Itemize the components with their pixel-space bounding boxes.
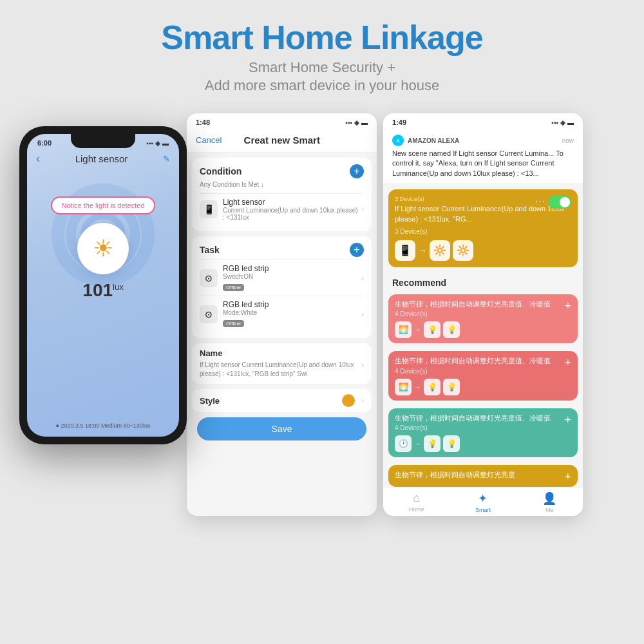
rgb1-icon: ⊙ xyxy=(200,269,218,287)
nav-me[interactable]: 👤 Me xyxy=(516,491,583,513)
screen1-body: Condition + Any Condition Is Met ↓ 📱 Lig… xyxy=(187,153,377,504)
rc1-icon3: 💡 xyxy=(443,321,460,338)
rgb1-item[interactable]: ⊙ RGB led strip Switch:ON Offline › xyxy=(200,260,364,296)
sun-symbol-icon: ☀ xyxy=(93,235,113,262)
rc3-arrow: → xyxy=(414,440,421,448)
rc3-devices: 4 Device(s) xyxy=(395,424,571,431)
phone-screen-title: Light sensor xyxy=(75,153,128,164)
rc2-title: 生物节律，根据时间自动调整灯光亮度值、冷暖值 xyxy=(395,356,571,366)
screen1-header: Cancel Creat new Smart xyxy=(187,129,377,153)
condition-subtitle: Any Condition Is Met ↓ xyxy=(200,181,364,188)
rc4-title: 生物节律，根据时间自动调整灯光亮度 xyxy=(395,470,571,480)
name-section: Name If Light sensor Current Luminance(U… xyxy=(192,343,372,384)
rc3-icon2: 💡 xyxy=(424,435,440,452)
screen2-wifi-icon: ◈ xyxy=(560,119,565,126)
screen1-time: 1:48 xyxy=(196,118,210,126)
home-nav-label: Home xyxy=(409,506,424,513)
condition-title: Condition xyxy=(200,166,242,176)
subtitle-line2: Add more smart device in your house xyxy=(13,77,631,94)
rc1-arrow: → xyxy=(414,326,421,334)
alexa-notification: A AMAZON ALEXA now New scene named If Li… xyxy=(383,129,583,184)
alexa-source-label: AMAZON ALEXA xyxy=(408,137,558,144)
rgb1-offline-badge: Offline xyxy=(223,284,244,291)
name-chevron-icon[interactable]: › xyxy=(361,361,364,370)
light-sensor-title: Light sensor xyxy=(223,198,359,207)
rgb2-item[interactable]: ⊙ RGB led strip Mode:White Offline › xyxy=(200,296,364,332)
edit-icon[interactable]: ✎ xyxy=(163,154,170,164)
style-chevron-icon: › xyxy=(361,396,364,405)
scene-toggle[interactable] xyxy=(548,196,571,209)
screen1-battery-icon: ▬ xyxy=(361,119,368,126)
add-rc2-button[interactable]: + xyxy=(564,356,571,370)
lux-display: 101lux xyxy=(82,280,123,301)
nav-smart[interactable]: ✦ Smart xyxy=(450,491,516,513)
back-arrow-icon[interactable]: ‹ xyxy=(36,152,40,166)
rgb2-offline-badge: Offline xyxy=(223,320,244,327)
rc2-icons: 🌅 → 💡 💡 xyxy=(395,379,571,395)
rgb2-sub: Mode:White xyxy=(223,309,359,316)
main-title: Smart Home Linkage xyxy=(13,18,631,57)
rc2-icon1: 🌅 xyxy=(395,379,412,395)
add-task-button[interactable]: + xyxy=(350,243,364,257)
condition-section: Condition + Any Condition Is Met ↓ 📱 Lig… xyxy=(192,158,372,231)
screen2-status-icons: ▪▪▪ ◈ ▬ xyxy=(551,119,574,126)
device-icon-2: 🔆 xyxy=(430,240,450,261)
save-button[interactable]: Save xyxy=(197,417,366,440)
add-condition-button[interactable]: + xyxy=(350,164,364,178)
screen1-card: 1:48 ▪▪▪ ◈ ▬ Cancel Creat new Smart Cond… xyxy=(187,113,377,516)
rc2-devices: 4 Device(s) xyxy=(395,368,571,375)
rc1-icon1: 🌅 xyxy=(395,321,412,338)
condition-header: Condition + xyxy=(200,164,364,178)
rc3-icon1: 🕐 xyxy=(395,435,412,452)
rgb1-title: RGB led strip xyxy=(223,264,359,273)
light-sensor-item[interactable]: 📱 Light sensor Current Luminance(Up and … xyxy=(200,193,364,225)
recommend-card-3[interactable]: 生物节律，根据时间自动调整灯光亮度值、冷暖值 4 Device(s) 🕐 → 💡… xyxy=(388,408,578,457)
battery-icon: ▬ xyxy=(162,140,169,147)
rc2-icon2: 💡 xyxy=(424,379,440,395)
phone-lux-area: Notice the light is detected ☀ 101lux xyxy=(27,171,179,304)
rc3-title: 生物节律，根据时间自动调整灯光亮度值、冷暖值 xyxy=(395,413,571,423)
device-icon-3: 🔆 xyxy=(453,240,473,261)
phone-body: 6:00 ▪▪▪ ◈ ▬ ‹ Light sensor ✎ xyxy=(19,126,187,444)
rc3-icon3: 💡 xyxy=(443,435,460,452)
wifi-icon: ◈ xyxy=(155,140,160,147)
light-sensor-content: Light sensor Current Luminance(Up and do… xyxy=(223,198,359,221)
recommend-card-4[interactable]: 生物节律，根据时间自动调整灯光亮度 + xyxy=(388,465,578,486)
rc1-icon2: 💡 xyxy=(424,321,440,338)
subtitle-line1: Smart Home Security + xyxy=(13,59,631,76)
add-rc1-button[interactable]: + xyxy=(564,299,571,313)
page-header: Smart Home Linkage Smart Home Security +… xyxy=(0,0,644,107)
rc2-icon3: 💡 xyxy=(443,379,460,395)
screen1-signal-icon: ▪▪▪ xyxy=(345,119,352,126)
active-scene-card[interactable]: 3 Device(s) If Light sensor Current Lumi… xyxy=(388,189,578,267)
light-sensor-icon: 📱 xyxy=(200,200,218,218)
screen2-status-bar: 1:49 ▪▪▪ ◈ ▬ xyxy=(383,113,583,129)
style-section[interactable]: Style › xyxy=(192,389,372,412)
phone-screen: 6:00 ▪▪▪ ◈ ▬ ‹ Light sensor ✎ xyxy=(27,134,179,437)
style-color-dot xyxy=(342,394,355,407)
add-rc4-button[interactable]: + xyxy=(564,470,571,484)
phone-bottom-info: ● 2020.3.5 18:00 Medium 60~130lux xyxy=(27,422,179,429)
recommend-label: Recommend xyxy=(383,272,583,290)
cancel-button[interactable]: Cancel xyxy=(196,135,222,145)
rc3-icons: 🕐 → 💡 💡 xyxy=(395,435,571,452)
add-rc3-button[interactable]: + xyxy=(564,413,571,427)
me-nav-icon: 👤 xyxy=(542,491,556,506)
screen1-status-bar: 1:48 ▪▪▪ ◈ ▬ xyxy=(187,113,377,129)
rgb1-sub: Switch:ON xyxy=(223,273,359,280)
more-options-button[interactable]: ··· xyxy=(535,196,545,207)
rgb1-chevron-icon: › xyxy=(361,274,364,283)
recommend-card-2[interactable]: 生物节律，根据时间自动调整灯光亮度值、冷暖值 4 Device(s) 🌅 → 💡… xyxy=(388,351,578,400)
nav-home[interactable]: ⌂ Home xyxy=(383,491,450,513)
smart-nav-label: Smart xyxy=(475,507,491,513)
style-label: Style xyxy=(200,396,220,406)
recommend-card-1[interactable]: 生物节律，根据时间自动调整灯光亮度值、冷暖值 4 Device(s) 🌅 → 💡… xyxy=(388,294,578,343)
smart-nav-icon: ✦ xyxy=(478,491,488,506)
phone-time: 6:00 xyxy=(37,139,52,147)
screen1-wifi-icon: ◈ xyxy=(354,119,359,126)
task-title: Task xyxy=(200,245,220,255)
alexa-notification-text: New scene named If Light sensor Current … xyxy=(392,149,574,178)
task-section: Task + ⊙ RGB led strip Switch:ON Offline… xyxy=(192,236,372,338)
me-nav-label: Me xyxy=(545,507,554,513)
name-label: Name xyxy=(200,348,364,358)
